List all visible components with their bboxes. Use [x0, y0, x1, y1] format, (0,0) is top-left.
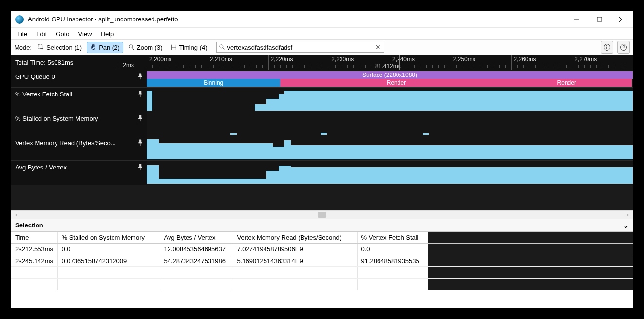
pin-icon[interactable]: [137, 115, 144, 122]
search-input[interactable]: [226, 44, 374, 51]
time-marker-label: 81.412ms: [375, 63, 401, 70]
help-icon: ?: [620, 43, 627, 51]
svg-line-6: [132, 48, 134, 50]
timeline-header: Total Time: 5s081ms 2ms 2,200ms2,210ms2,…: [11, 55, 633, 70]
timeline-hscrollbar[interactable]: ‹ ›: [11, 210, 633, 219]
total-time: Total Time: 5s081ms 2ms: [11, 55, 147, 70]
svg-rect-1: [597, 17, 602, 21]
menu-help[interactable]: Help: [97, 29, 118, 38]
info-button[interactable]: [601, 41, 613, 54]
track-label: GPU Queue 0: [15, 73, 55, 80]
svg-rect-14: [606, 47, 607, 49]
track-gpu-queue[interactable]: GPU Queue 0 Surface (2280x1080) BinningR…: [11, 70, 633, 88]
menubar: File Edit Goto View Help: [11, 28, 633, 39]
pin-icon[interactable]: [137, 91, 144, 97]
track-stalled-sysmem[interactable]: % Stalled on System Memory: [11, 112, 633, 136]
table-row[interactable]: 2s212.553ms0.012.0084535646956377.027419…: [11, 244, 633, 255]
scroll-thumb[interactable]: [318, 212, 326, 218]
svg-line-11: [222, 48, 224, 50]
window-buttons: [566, 11, 633, 27]
pin-icon[interactable]: [137, 139, 144, 146]
pan-icon: [90, 44, 97, 51]
gpu-segments: BinningRenderRender: [147, 79, 633, 87]
help-button[interactable]: ?: [617, 41, 630, 54]
toolbar: Mode: Selection (1) Pan (2) Zoom (3) Tim…: [11, 39, 633, 55]
mode-zoom-label: Zoom (3): [137, 44, 163, 51]
selection-header[interactable]: Selection ⌄: [11, 219, 633, 232]
zoom-icon: [128, 44, 135, 51]
mini-unit: 2ms: [123, 62, 134, 69]
gpu-segment[interactable]: [280, 79, 291, 87]
close-button[interactable]: [610, 11, 633, 27]
timeline-empty: [11, 185, 633, 210]
time-ruler[interactable]: 2,200ms2,210ms2,220ms2,230ms2,240ms2,250…: [147, 55, 633, 70]
search-field[interactable]: ✕: [216, 42, 384, 53]
selection-panel: Selection ⌄ Time% Stalled on System Memo…: [11, 219, 633, 308]
col-header[interactable]: Avg Bytes / Vertex: [160, 232, 233, 244]
search-clear-icon[interactable]: ✕: [374, 43, 382, 51]
total-time-label: Total Time: 5s081ms: [15, 59, 73, 66]
mode-pan-label: Pan (2): [99, 44, 120, 51]
window-title: Android GPU Inspector - split_uncompress…: [28, 16, 566, 23]
surface-segment[interactable]: Surface (2280x1080): [147, 71, 633, 79]
menu-edit[interactable]: Edit: [32, 29, 51, 38]
minimize-button[interactable]: [566, 11, 588, 27]
track-label: % Vertex Fetch Stall: [15, 91, 72, 98]
titlebar: Android GPU Inspector - split_uncompress…: [11, 11, 633, 28]
gpu-segment[interactable]: Render: [502, 79, 632, 87]
time-marker[interactable]: [399, 55, 400, 70]
timeline[interactable]: Total Time: 5s081ms 2ms 2,200ms2,210ms2,…: [11, 55, 633, 210]
col-header[interactable]: % Stalled on System Memory: [57, 232, 160, 244]
chevron-down-icon[interactable]: ⌄: [623, 222, 629, 229]
mode-pan[interactable]: Pan (2): [87, 42, 123, 53]
selection-title: Selection: [15, 222, 43, 229]
menu-file[interactable]: File: [13, 29, 31, 38]
scroll-left-icon[interactable]: ‹: [15, 211, 17, 218]
menu-view[interactable]: View: [75, 29, 96, 38]
col-header[interactable]: Time: [11, 232, 57, 244]
svg-point-5: [129, 45, 133, 48]
scroll-right-icon[interactable]: ›: [627, 211, 629, 218]
maximize-button[interactable]: [588, 11, 610, 27]
mode-selection-label: Selection (1): [46, 44, 82, 51]
col-header[interactable]: Vertex Memory Read (Bytes/Second): [233, 232, 357, 244]
mode-selection[interactable]: Selection (1): [35, 42, 85, 53]
selection-icon: [38, 44, 44, 51]
info-icon: [603, 43, 611, 51]
svg-text:?: ?: [622, 45, 625, 50]
col-header[interactable]: % Vertex Fetch Stall: [357, 232, 428, 244]
track-label: % Stalled on System Memory: [15, 115, 98, 122]
mode-timing[interactable]: Timing (4): [168, 42, 210, 53]
selection-table: Time% Stalled on System MemoryAvg Bytes …: [11, 232, 633, 290]
mode-timing-label: Timing (4): [179, 44, 208, 51]
search-icon: [219, 44, 226, 51]
track-vertex-mem-read[interactable]: Vertex Memory Read (Bytes/Seco...: [11, 136, 633, 161]
track-label: Avg Bytes / Vertex: [15, 164, 67, 171]
mode-label: Mode:: [14, 44, 33, 51]
svg-point-13: [606, 45, 607, 46]
track-vertex-fetch-stall[interactable]: % Vertex Fetch Stall: [11, 88, 633, 112]
table-row[interactable]: 2s245.142ms0.0736515874231200954.2873432…: [11, 255, 633, 267]
timing-icon: [170, 44, 177, 51]
gpu-segment[interactable]: Render: [291, 79, 501, 87]
pin-icon[interactable]: [137, 73, 144, 80]
surface-label: Surface (2280x1080): [147, 72, 633, 78]
mode-zoom[interactable]: Zoom (3): [125, 42, 166, 53]
app-icon: [15, 15, 24, 24]
menu-goto[interactable]: Goto: [52, 29, 73, 38]
track-avg-bytes-vertex[interactable]: Avg Bytes / Vertex: [11, 161, 633, 185]
track-label: Vertex Memory Read (Bytes/Seco...: [15, 139, 116, 147]
svg-point-10: [219, 45, 223, 48]
pin-icon[interactable]: [137, 164, 144, 170]
gpu-segment[interactable]: Binning: [147, 79, 280, 87]
